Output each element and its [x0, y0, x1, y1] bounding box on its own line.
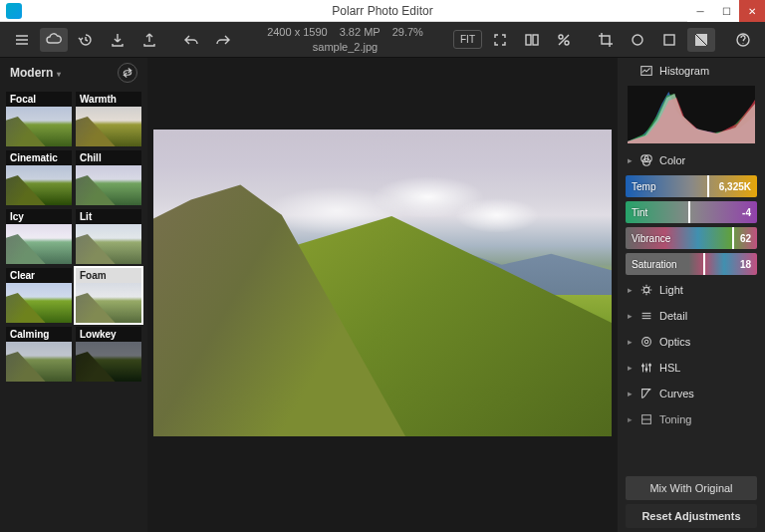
filter-lit[interactable]: Lit	[76, 209, 141, 264]
saturation-slider[interactable]: Saturation 18	[626, 253, 757, 275]
filter-label: Calming	[6, 327, 72, 342]
filter-calming[interactable]: Calming	[6, 327, 72, 382]
image-dimensions: 2400 x 1590	[267, 25, 328, 39]
preview-image	[153, 130, 612, 436]
filter-label: Clear	[6, 268, 72, 283]
filter-category-dropdown[interactable]: Modern ▾	[10, 66, 61, 80]
window-minimize-button[interactable]: ─	[687, 0, 713, 22]
window-maximize-button[interactable]: ☐	[713, 0, 739, 22]
window-controls: ─ ☐ ✕	[687, 0, 765, 21]
fit-button[interactable]: FIT	[453, 30, 482, 49]
crop-button[interactable]	[592, 28, 620, 52]
svg-point-26	[645, 369, 647, 371]
app-body: 2400 x 1590 3.82 MP 29.7% sample_2.jpg F…	[0, 22, 765, 532]
image-filename: sample_2.jpg	[241, 40, 449, 54]
svg-rect-3	[526, 35, 531, 45]
svg-rect-12	[641, 67, 652, 76]
filter-thumbnail-image	[76, 107, 141, 146]
color-section[interactable]: ▸ Color	[618, 147, 765, 173]
filter-label: Foam	[76, 268, 141, 283]
hsl-section[interactable]: ▸ HSL	[618, 355, 765, 381]
filter-warmth[interactable]: Warmth	[76, 92, 141, 146]
histogram-chart	[628, 86, 755, 143]
optics-section[interactable]: ▸ Optics	[618, 329, 765, 355]
svg-line-7	[559, 35, 569, 45]
canvas[interactable]	[147, 58, 618, 532]
import-button[interactable]	[104, 28, 131, 52]
mix-original-button[interactable]: Mix With Original	[626, 476, 757, 500]
undo-button[interactable]	[177, 28, 205, 52]
tint-slider[interactable]: Tint -4	[626, 201, 757, 223]
app-icon	[6, 3, 22, 19]
svg-point-27	[649, 365, 651, 367]
redo-button[interactable]	[209, 28, 237, 52]
filter-foam[interactable]: Foam	[76, 268, 141, 323]
filter-label: Warmth	[76, 92, 141, 107]
history-button[interactable]	[72, 28, 100, 52]
filter-thumbnail-image	[76, 224, 141, 264]
toning-section[interactable]: ▸ Toning	[618, 406, 765, 432]
filter-icy[interactable]: Icy	[6, 209, 72, 264]
filter-thumbnail-image	[76, 283, 141, 323]
help-button[interactable]	[729, 28, 757, 52]
rect-mask-button[interactable]	[655, 28, 683, 52]
window-titlebar: Polarr Photo Editor ─ ☐ ✕	[0, 0, 765, 22]
svg-point-25	[642, 365, 644, 367]
filter-thumbnail-image	[6, 342, 72, 382]
filter-label: Focal	[6, 92, 72, 107]
image-zoom: 29.7%	[392, 25, 423, 39]
filter-thumbnail-image	[6, 107, 72, 146]
window-title: Polarr Photo Editor	[332, 4, 432, 18]
filter-label: Lit	[76, 209, 141, 224]
filter-thumbnail-image	[6, 283, 72, 323]
image-info: 2400 x 1590 3.82 MP 29.7% sample_2.jpg	[241, 25, 449, 54]
compare-button[interactable]	[518, 28, 546, 52]
histogram-section[interactable]: Histogram	[618, 58, 765, 84]
svg-point-5	[559, 35, 563, 39]
menu-button[interactable]	[8, 28, 36, 52]
vibrance-slider[interactable]: Vibrance 62	[626, 227, 757, 249]
filter-thumbnails: FocalWarmthCinematicChillIcyLitClearFoam…	[0, 88, 147, 532]
filter-thumbnail-image	[6, 224, 72, 264]
svg-point-6	[565, 41, 569, 45]
toolbar: 2400 x 1590 3.82 MP 29.7% sample_2.jpg F…	[0, 22, 765, 58]
filter-thumbnail-image	[76, 342, 141, 382]
window-close-button[interactable]: ✕	[739, 0, 765, 22]
adjustments-button[interactable]	[687, 28, 715, 52]
filter-thumbnail-image	[76, 165, 141, 205]
export-button[interactable]	[135, 28, 163, 52]
filter-focal[interactable]: Focal	[6, 92, 72, 146]
filter-thumbnail-image	[6, 165, 72, 205]
svg-point-21	[644, 340, 648, 344]
main-area: Modern ▾ FocalWarmthCinematicChillIcyLit…	[0, 58, 765, 532]
filter-label: Cinematic	[6, 150, 72, 165]
svg-point-20	[642, 338, 651, 347]
cloud-button[interactable]	[40, 28, 68, 52]
filter-label: Lowkey	[76, 327, 141, 342]
filter-label: Icy	[6, 209, 72, 224]
svg-rect-4	[533, 35, 538, 45]
circle-mask-button[interactable]	[624, 28, 651, 52]
temperature-slider[interactable]: Temp 6,325K	[626, 175, 757, 197]
filter-lowkey[interactable]: Lowkey	[76, 327, 141, 382]
shuffle-filters-button[interactable]	[118, 63, 137, 83]
adjustments-panel: Histogram ▸ Color Temp 6,325K	[618, 58, 765, 532]
detail-section[interactable]: ▸ Detail	[618, 303, 765, 329]
svg-point-8	[633, 35, 642, 45]
percent-button[interactable]	[550, 28, 578, 52]
image-megapixels: 3.82 MP	[340, 25, 381, 39]
curves-section[interactable]: ▸ Curves	[618, 381, 765, 406]
fullscreen-button[interactable]	[486, 28, 514, 52]
reset-adjustments-button[interactable]: Reset Adjustments	[626, 504, 757, 528]
filter-chill[interactable]: Chill	[76, 150, 141, 205]
svg-point-16	[643, 287, 648, 292]
filter-label: Chill	[76, 150, 141, 165]
filter-cinematic[interactable]: Cinematic	[6, 150, 72, 205]
light-section[interactable]: ▸ Light	[618, 277, 765, 303]
filter-clear[interactable]: Clear	[6, 268, 72, 323]
svg-rect-9	[664, 35, 674, 45]
filters-panel: Modern ▾ FocalWarmthCinematicChillIcyLit…	[0, 58, 147, 532]
